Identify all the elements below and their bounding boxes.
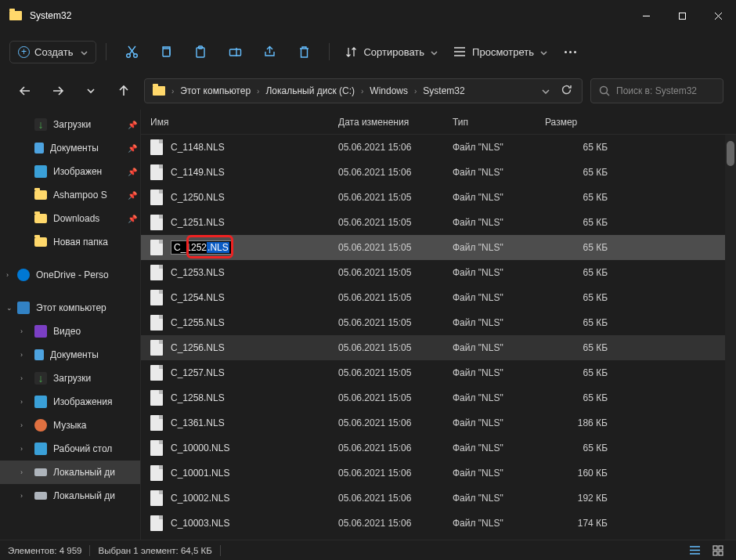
scrollbar[interactable] bbox=[725, 135, 736, 540]
forward-button[interactable] bbox=[45, 78, 70, 103]
sidebar-item[interactable]: Ashampoo S📌 bbox=[0, 183, 140, 207]
disk-icon bbox=[34, 468, 47, 476]
file-row[interactable]: C_1255.NLS 05.06.2021 15:05 Файл "NLS" 6… bbox=[141, 310, 736, 335]
file-row[interactable]: C_1251.NLS 05.06.2021 15:05 Файл "NLS" 6… bbox=[141, 210, 736, 235]
file-icon bbox=[150, 340, 163, 356]
copy-button[interactable] bbox=[150, 38, 182, 66]
sidebar-item[interactable]: Downloads📌 bbox=[0, 207, 140, 230]
file-size: 65 КБ bbox=[545, 367, 608, 378]
refresh-button[interactable] bbox=[556, 84, 577, 98]
new-button[interactable]: + Создать bbox=[9, 41, 96, 63]
file-row[interactable]: C_10000.NLS 05.06.2021 15:06 Файл "NLS" … bbox=[141, 435, 736, 461]
rename-button[interactable] bbox=[219, 38, 251, 66]
recent-button[interactable] bbox=[78, 78, 103, 103]
close-button[interactable] bbox=[700, 0, 736, 31]
chevron-down-icon bbox=[431, 46, 438, 58]
chevron-right-icon: › bbox=[20, 468, 23, 476]
sidebar-item[interactable]: ›Документы bbox=[0, 343, 140, 367]
file-row[interactable]: C_1252.NLS 05.06.2021 15:05 Файл "NLS" 6… bbox=[141, 235, 736, 260]
search-input[interactable]: Поиск в: System32 bbox=[590, 78, 723, 103]
sidebar-item[interactable]: ›Изображения bbox=[0, 390, 140, 414]
icons-view-button[interactable] bbox=[708, 543, 728, 558]
folder-icon bbox=[153, 86, 165, 96]
chevron-right-icon: › bbox=[20, 374, 23, 382]
breadcrumb-segment[interactable]: Локальный диск (C:) bbox=[262, 85, 358, 96]
paste-button[interactable] bbox=[185, 38, 216, 66]
breadcrumb-segment[interactable]: Этот компьютер bbox=[177, 85, 254, 96]
file-icon bbox=[150, 315, 163, 331]
sidebar-item[interactable]: ›Видео bbox=[0, 320, 140, 343]
file-row[interactable]: C_10003.NLS 05.06.2021 15:06 Файл "NLS" … bbox=[141, 511, 736, 536]
svg-rect-0 bbox=[679, 13, 685, 19]
view-button[interactable]: Просмотреть bbox=[447, 42, 554, 63]
file-type: Файл "NLS" bbox=[453, 317, 545, 328]
delete-button[interactable] bbox=[288, 38, 319, 66]
doc-icon bbox=[34, 349, 44, 360]
sidebar-item-thispc[interactable]: ⌄Этот компьютер bbox=[0, 296, 140, 320]
plus-icon: + bbox=[18, 46, 30, 58]
breadcrumb-segment[interactable]: System32 bbox=[420, 85, 467, 96]
sidebar-item[interactable]: ›Локальный ди bbox=[0, 484, 140, 508]
column-size[interactable]: Размер bbox=[545, 117, 615, 128]
file-row[interactable]: C_1149.NLS 05.06.2021 15:06 Файл "NLS" 6… bbox=[141, 160, 736, 185]
sidebar-item[interactable]: Изображен📌 bbox=[0, 160, 140, 183]
separator bbox=[106, 43, 106, 60]
file-row[interactable]: C_1254.NLS 05.06.2021 15:05 Файл "NLS" 6… bbox=[141, 285, 736, 310]
column-date[interactable]: Дата изменения bbox=[338, 117, 453, 128]
file-name: C_1255.NLS bbox=[171, 317, 225, 328]
breadcrumb[interactable]: › Этот компьютер › Локальный диск (C:) ›… bbox=[144, 78, 583, 103]
file-type: Файл "NLS" bbox=[453, 167, 545, 178]
file-row[interactable]: C_10001.NLS 05.06.2021 15:06 Файл "NLS" … bbox=[141, 461, 736, 486]
sidebar-item-label: Изображения bbox=[53, 396, 112, 407]
file-row[interactable]: C_1361.NLS 05.06.2021 15:06 Файл "NLS" 1… bbox=[141, 410, 736, 435]
sidebar-item-label: Загрузки bbox=[53, 119, 91, 130]
file-type: Файл "NLS" bbox=[453, 192, 545, 203]
breadcrumb-segment[interactable]: Windows bbox=[366, 85, 411, 96]
rename-input[interactable]: C_1252.NLS bbox=[171, 240, 233, 255]
file-row[interactable]: C_1250.NLS 05.06.2021 15:05 Файл "NLS" 6… bbox=[141, 185, 736, 210]
file-date: 05.06.2021 15:05 bbox=[338, 367, 453, 378]
column-name[interactable]: Имя bbox=[150, 117, 338, 128]
file-row[interactable]: C_1256.NLS 05.06.2021 15:05 Файл "NLS" 6… bbox=[141, 335, 736, 360]
file-date: 05.06.2021 15:05 bbox=[338, 242, 453, 253]
window-title: System32 bbox=[30, 10, 71, 21]
back-button[interactable] bbox=[13, 78, 38, 103]
minimize-button[interactable] bbox=[628, 0, 664, 31]
file-row[interactable]: C_1148.NLS 05.06.2021 15:06 Файл "NLS" 6… bbox=[141, 135, 736, 160]
scrollbar-thumb[interactable] bbox=[727, 141, 734, 166]
sidebar-item-label: Рабочий стол bbox=[53, 443, 112, 454]
sidebar-item[interactable]: Новая папка bbox=[0, 230, 140, 254]
sidebar-item[interactable]: Документы📌 bbox=[0, 136, 140, 160]
sidebar-item[interactable]: ›Рабочий стол bbox=[0, 437, 140, 461]
sidebar-item[interactable]: ↓Загрузки📌 bbox=[0, 113, 140, 136]
sidebar: ↓Загрузки📌Документы📌Изображен📌Ashampoo S… bbox=[0, 110, 141, 540]
file-row[interactable]: C_10002.NLS 05.06.2021 15:06 Файл "NLS" … bbox=[141, 486, 736, 511]
file-name: C_1257.NLS bbox=[171, 367, 225, 378]
file-row[interactable]: C_1253.NLS 05.06.2021 15:05 Файл "NLS" 6… bbox=[141, 260, 736, 285]
details-view-button[interactable] bbox=[684, 543, 705, 558]
cut-button[interactable] bbox=[116, 38, 147, 66]
sidebar-item-label: Изображен bbox=[53, 166, 102, 177]
chevron-down-icon bbox=[540, 46, 547, 58]
sort-button[interactable]: Сортировать bbox=[339, 42, 444, 63]
navbar: › Этот компьютер › Локальный диск (C:) ›… bbox=[0, 72, 736, 110]
status-bar: Элементов: 4 959 Выбран 1 элемент: 64,5 … bbox=[0, 540, 736, 560]
sidebar-item[interactable]: ›Музыка bbox=[0, 414, 140, 437]
window-controls bbox=[628, 0, 736, 31]
sidebar-item[interactable]: ›Локальный ди bbox=[0, 461, 140, 484]
chevron-down-icon[interactable] bbox=[542, 85, 550, 96]
sidebar-item-onedrive[interactable]: ›OneDrive - Perso bbox=[0, 263, 140, 287]
maximize-button[interactable] bbox=[664, 0, 700, 31]
video-icon bbox=[34, 325, 47, 338]
sidebar-item-label: Музыка bbox=[53, 420, 86, 431]
share-button[interactable] bbox=[254, 38, 285, 66]
file-row[interactable]: C_1257.NLS 05.06.2021 15:05 Файл "NLS" 6… bbox=[141, 360, 736, 385]
chevron-right-icon: › bbox=[170, 87, 175, 96]
file-row[interactable]: C_1258.NLS 05.06.2021 15:05 Файл "NLS" 6… bbox=[141, 385, 736, 410]
column-type[interactable]: Тип bbox=[453, 117, 545, 128]
more-button[interactable] bbox=[557, 46, 584, 58]
up-button[interactable] bbox=[111, 78, 136, 103]
file-icon bbox=[150, 440, 163, 456]
chevron-down-icon: ⌄ bbox=[6, 304, 13, 312]
sidebar-item[interactable]: ›↓Загрузки bbox=[0, 367, 140, 390]
